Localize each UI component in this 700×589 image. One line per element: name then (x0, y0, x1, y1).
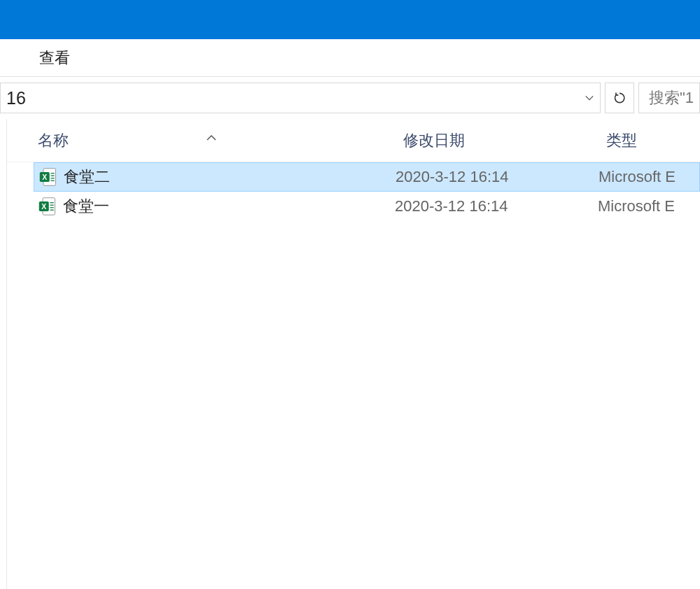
file-name: 食堂一 (63, 196, 395, 217)
window-title-bar (0, 0, 700, 39)
column-header-modified[interactable]: 修改日期 (395, 130, 598, 151)
file-row[interactable]: X 食堂二 2020-3-12 16:14 Microsoft E (34, 162, 700, 192)
column-headers: 名称 修改日期 类型 (7, 119, 700, 162)
file-modified-date: 2020-3-12 16:14 (395, 197, 598, 215)
file-list: 名称 修改日期 类型 X 食堂二 2020 (7, 119, 700, 589)
svg-text:X: X (41, 202, 46, 211)
column-header-type[interactable]: 类型 (598, 130, 637, 151)
chevron-down-icon (584, 93, 594, 103)
address-bar[interactable]: 16 (0, 83, 601, 113)
refresh-icon (612, 91, 626, 105)
address-dropdown-button[interactable] (579, 83, 600, 113)
column-header-name-label: 名称 (38, 132, 69, 149)
file-type: Microsoft E (598, 168, 676, 186)
address-row: 16 搜索"1 (0, 77, 700, 119)
column-header-name[interactable]: 名称 (7, 130, 395, 151)
refresh-button[interactable] (605, 83, 634, 113)
content-area: 名称 修改日期 类型 X 食堂二 2020 (0, 119, 700, 589)
file-name: 食堂二 (64, 166, 396, 187)
svg-text:X: X (42, 173, 47, 181)
excel-file-icon: X (38, 197, 57, 216)
ribbon-tab-view[interactable]: 查看 (34, 43, 76, 73)
address-path: 16 (5, 88, 26, 108)
file-row[interactable]: X 食堂一 2020-3-12 16:14 Microsoft E (34, 192, 700, 221)
navigation-pane[interactable] (0, 119, 7, 589)
ribbon-bar: 查看 (0, 39, 700, 77)
search-placeholder: 搜索"1 (649, 87, 694, 108)
search-box[interactable]: 搜索"1 (638, 83, 700, 113)
file-modified-date: 2020-3-12 16:14 (396, 168, 598, 186)
excel-file-icon: X (38, 167, 58, 187)
file-type: Microsoft E (598, 197, 675, 215)
sort-ascending-icon (206, 132, 216, 144)
